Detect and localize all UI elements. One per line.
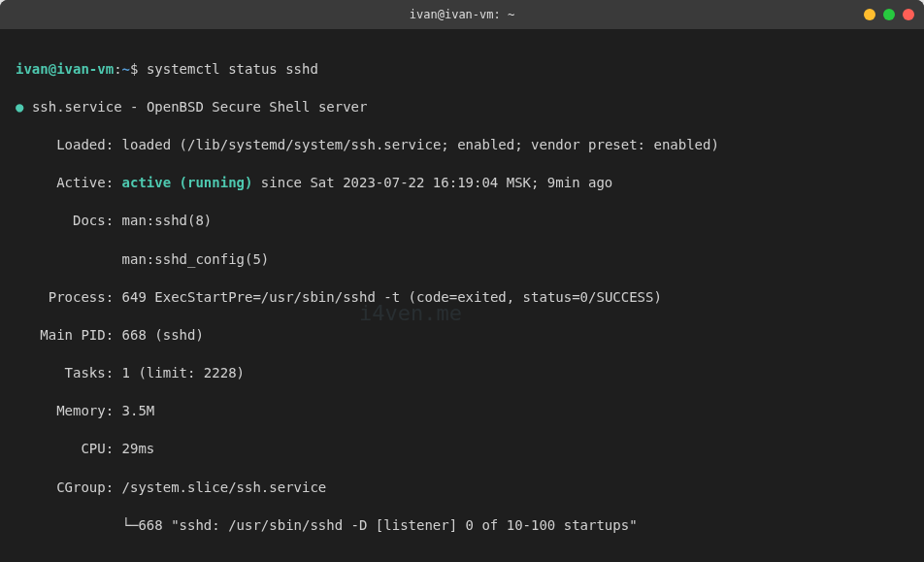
output-line: Tasks: 1 (limit: 2228) — [16, 364, 908, 383]
output-line: Memory: 3.5M — [16, 402, 908, 421]
prompt-line: ivan@ivan-vm:~$ systemctl status sshd — [16, 60, 908, 80]
terminal-window: ivan@ivan-vm: ~ ivan@ivan-vm:~$ systemct… — [0, 0, 924, 562]
output-line: CGroup: /system.slice/ssh.service — [16, 479, 908, 498]
command-text: systemctl status sshd — [147, 61, 318, 77]
minimize-icon[interactable] — [864, 9, 875, 20]
active-status: active (running) — [122, 175, 253, 190]
output-line: Process: 649 ExecStartPre=/usr/sbin/sshd… — [16, 288, 908, 308]
output-line: CPU: 29ms — [16, 440, 908, 459]
window-title: ivan@ivan-vm: ~ — [410, 8, 514, 21]
window-controls — [864, 9, 914, 20]
output-line: ● ssh.service - OpenBSD Secure Shell ser… — [16, 98, 908, 117]
output-line: Main PID: 668 (sshd) — [16, 326, 908, 346]
prompt-user-host: ivan@ivan-vm — [16, 61, 114, 77]
titlebar: ivan@ivan-vm: ~ — [0, 0, 924, 29]
output-line: Docs: man:sshd(8) — [16, 212, 908, 231]
close-icon[interactable] — [903, 9, 914, 20]
output-line: man:sshd_config(5) — [16, 250, 908, 270]
blank-line — [16, 554, 908, 562]
output-line: └─668 "sshd: /usr/sbin/sshd -D [listener… — [16, 516, 908, 536]
terminal-body[interactable]: ivan@ivan-vm:~$ systemctl status sshd ● … — [0, 29, 924, 562]
maximize-icon[interactable] — [883, 9, 895, 20]
output-line: Active: active (running) since Sat 2023-… — [16, 174, 908, 193]
output-line: Loaded: loaded (/lib/systemd/system/ssh.… — [16, 136, 908, 155]
status-dot-icon: ● — [16, 99, 23, 115]
prompt-path: ~ — [122, 61, 130, 77]
